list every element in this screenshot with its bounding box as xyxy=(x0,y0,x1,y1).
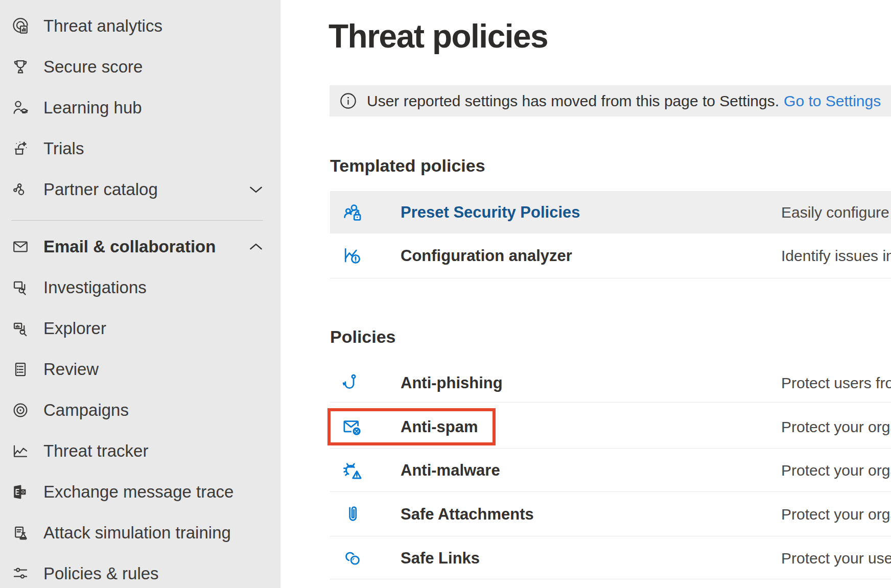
sidebar-item-label: Campaigns xyxy=(43,401,129,420)
configuration-analyzer-icon xyxy=(341,245,364,267)
attack-simulation-icon xyxy=(11,524,30,542)
learning-hub-icon xyxy=(11,99,30,117)
exchange-icon xyxy=(11,483,30,501)
sidebar-item-partner-catalog[interactable]: Partner catalog xyxy=(0,169,280,210)
policy-row-label[interactable]: Safe Links xyxy=(401,549,480,568)
sidebar-item-review[interactable]: Review xyxy=(0,349,280,390)
sidebar-item-label: Email & collaboration xyxy=(43,237,216,256)
sidebar-item-label: Exchange message trace xyxy=(43,482,233,502)
row-anti-phishing[interactable]: Anti-phishing Protect users from p xyxy=(330,361,891,405)
row-anti-malware[interactable]: Anti-malware Protect your organiz xyxy=(330,449,891,492)
anti-malware-icon xyxy=(341,459,364,482)
campaigns-icon xyxy=(11,401,30,419)
anti-spam-icon xyxy=(341,416,364,438)
explorer-icon xyxy=(11,319,30,338)
sidebar-item-secure-score[interactable]: Secure score xyxy=(0,46,280,87)
info-icon xyxy=(339,91,358,110)
threat-analytics-icon xyxy=(11,17,30,35)
row-safe-links[interactable]: Safe Links Protect your users fr xyxy=(330,536,891,580)
anti-phishing-icon xyxy=(341,372,364,394)
row-divider xyxy=(330,278,891,278)
sidebar-item-policies-rules[interactable]: Policies & rules xyxy=(0,553,280,588)
trophy-icon xyxy=(11,58,30,76)
section-heading-policies: Policies xyxy=(330,327,396,347)
row-divider xyxy=(330,491,891,492)
app-root: Threat analytics Secure score Learning h… xyxy=(0,0,891,588)
section-heading-templated-policies: Templated policies xyxy=(330,156,485,176)
sidebar-item-label: Secure score xyxy=(43,57,143,77)
info-banner: User reported settings has moved from th… xyxy=(330,85,891,116)
sidebar-item-investigations[interactable]: Investigations xyxy=(0,267,280,308)
preset-security-policies-icon xyxy=(341,201,364,224)
page-title: Threat policies xyxy=(329,17,548,55)
chevron-up-icon[interactable] xyxy=(247,238,265,255)
go-to-settings-link[interactable]: Go to Settings xyxy=(784,92,881,110)
policy-row-label[interactable]: Anti-malware xyxy=(401,461,500,480)
policies-rules-icon xyxy=(11,565,30,583)
row-divider xyxy=(330,579,891,579)
banner-text: User reported settings has moved from th… xyxy=(367,92,779,110)
policy-row-description: Protect your organiz xyxy=(781,418,891,436)
review-icon xyxy=(11,360,30,379)
row-safe-attachments[interactable]: Safe Attachments Protect your organiz xyxy=(330,492,891,536)
sidebar-item-label: Attack simulation training xyxy=(43,523,231,543)
sidebar: Threat analytics Secure score Learning h… xyxy=(0,0,280,588)
sidebar-divider xyxy=(11,220,263,221)
sidebar-item-email-collaboration[interactable]: Email & collaboration xyxy=(0,226,280,267)
sidebar-item-attack-simulation-training[interactable]: Attack simulation training xyxy=(0,512,280,553)
sidebar-item-threat-analytics[interactable]: Threat analytics xyxy=(0,6,280,46)
policy-row-description: Protect users from p xyxy=(781,374,891,392)
row-divider xyxy=(330,402,891,403)
sidebar-item-label: Review xyxy=(43,360,99,379)
sidebar-item-label: Investigations xyxy=(43,278,147,297)
sidebar-item-label: Learning hub xyxy=(43,98,142,117)
policy-row-description: Protect your users fr xyxy=(781,550,891,567)
sidebar-item-learning-hub[interactable]: Learning hub xyxy=(0,87,280,128)
policy-row-label[interactable]: Anti-spam xyxy=(401,418,478,436)
sidebar-item-label: Threat tracker xyxy=(43,441,148,461)
sidebar-item-campaigns[interactable]: Campaigns xyxy=(0,390,280,431)
sidebar-item-label: Trials xyxy=(43,139,84,158)
policy-row-description: Protect your organiz xyxy=(781,506,891,523)
sidebar-item-exchange-message-trace[interactable]: Exchange message trace xyxy=(0,472,280,512)
sidebar-item-label: Policies & rules xyxy=(43,564,159,583)
row-configuration-analyzer[interactable]: Configuration analyzer Identify issues i… xyxy=(330,234,891,278)
policy-row-label[interactable]: Preset Security Policies xyxy=(401,203,580,222)
mail-icon xyxy=(11,238,30,256)
policy-row-description: Easily configure prot xyxy=(781,204,891,221)
chevron-down-icon[interactable] xyxy=(247,181,265,198)
row-anti-spam[interactable]: Anti-spam Protect your organiz xyxy=(330,405,891,449)
trials-icon xyxy=(11,139,30,158)
investigations-icon xyxy=(11,278,30,297)
safe-attachments-icon xyxy=(341,503,364,526)
policy-row-description: Identify issues in you xyxy=(781,247,891,265)
policy-row-label[interactable]: Anti-phishing xyxy=(401,374,503,392)
safe-links-icon xyxy=(341,547,364,570)
policy-row-description: Protect your organiz xyxy=(781,462,891,479)
policy-row-label[interactable]: Safe Attachments xyxy=(401,505,534,524)
row-preset-security-policies[interactable]: Preset Security Policies Easily configur… xyxy=(330,191,891,233)
sidebar-item-label: Partner catalog xyxy=(43,180,158,199)
sidebar-item-label: Threat analytics xyxy=(43,16,162,36)
sidebar-item-trials[interactable]: Trials xyxy=(0,128,280,169)
sidebar-item-threat-tracker[interactable]: Threat tracker xyxy=(0,431,280,472)
sidebar-item-explorer[interactable]: Explorer xyxy=(0,308,280,349)
sidebar-item-label: Explorer xyxy=(43,319,106,338)
threat-tracker-icon xyxy=(11,442,30,460)
partner-catalog-icon xyxy=(11,180,30,199)
policy-row-label[interactable]: Configuration analyzer xyxy=(401,247,572,265)
